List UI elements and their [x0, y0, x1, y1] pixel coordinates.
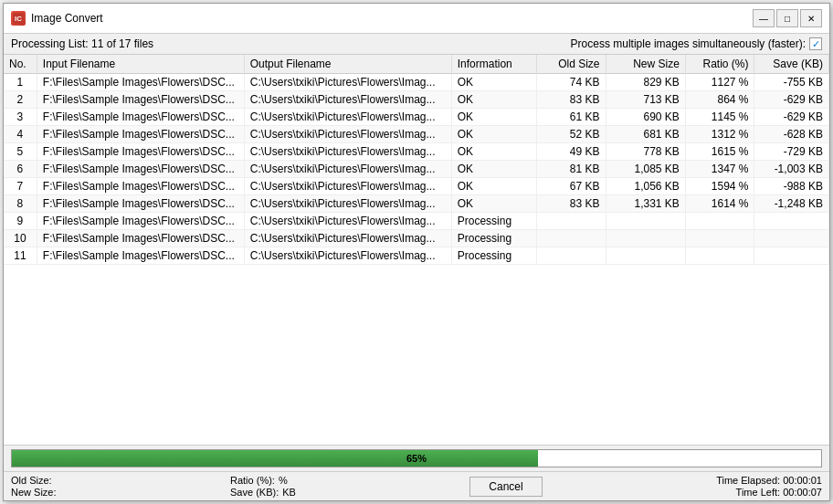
cell-save: -1,248 KB: [754, 195, 829, 213]
cell-ratio: 864 %: [685, 91, 754, 109]
cell-info: Processing: [451, 213, 536, 230]
main-window: IC Image Convert — □ ✕ Processing List: …: [3, 3, 830, 501]
progress-label: 65%: [406, 453, 427, 464]
cell-ratio: 1145 %: [685, 109, 754, 126]
col-header-no: No.: [4, 55, 37, 74]
cancel-button[interactable]: Cancel: [469, 477, 542, 497]
cell-save: -1,003 KB: [754, 161, 829, 178]
table-row: 5 F:\Files\Sample Images\Flowers\DSC... …: [4, 143, 829, 161]
status-center-group: Ratio (%): % Save (KB): KB: [230, 475, 296, 498]
simultaneous-row: Process multiple images simultaneously (…: [571, 37, 822, 50]
col-header-save: Save (KB): [754, 55, 829, 74]
table-header-row: No. Input Filename Output Filename Infor…: [4, 55, 829, 74]
cell-output: C:\Users\txiki\Pictures\Flowers\Imag...: [244, 161, 451, 178]
save-unit: KB: [282, 487, 296, 498]
cell-input: F:\Files\Sample Images\Flowers\DSC...: [37, 126, 244, 143]
cell-no: 9: [4, 213, 37, 230]
table-row: 10 F:\Files\Sample Images\Flowers\DSC...…: [4, 230, 829, 247]
progress-section: 65%: [4, 446, 829, 471]
cell-input: F:\Files\Sample Images\Flowers\DSC...: [37, 143, 244, 161]
cell-newsize: 1,056 KB: [606, 178, 685, 195]
file-table: No. Input Filename Output Filename Infor…: [4, 55, 829, 265]
cell-ratio: [685, 247, 754, 265]
cell-no: 3: [4, 109, 37, 126]
save-row: Save (KB): KB: [230, 487, 296, 498]
cell-newsize: [606, 213, 685, 230]
cell-output: C:\Users\txiki\Pictures\Flowers\Imag...: [244, 178, 451, 195]
cell-ratio: [685, 213, 754, 230]
window-controls: — □ ✕: [753, 9, 822, 27]
table-row: 9 F:\Files\Sample Images\Flowers\DSC... …: [4, 213, 829, 230]
maximize-button[interactable]: □: [776, 9, 798, 27]
minimize-button[interactable]: —: [753, 9, 775, 27]
cell-save: -988 KB: [754, 178, 829, 195]
cell-input: F:\Files\Sample Images\Flowers\DSC...: [37, 247, 244, 265]
cell-info: Processing: [451, 247, 536, 265]
cell-newsize: 681 KB: [606, 126, 685, 143]
cell-ratio: 1347 %: [685, 161, 754, 178]
cell-input: F:\Files\Sample Images\Flowers\DSC...: [37, 91, 244, 109]
cell-input: F:\Files\Sample Images\Flowers\DSC...: [37, 74, 244, 91]
cell-input: F:\Files\Sample Images\Flowers\DSC...: [37, 213, 244, 230]
time-left: Time Left: 00:00:07: [736, 487, 822, 498]
col-header-oldsize: Old Size: [536, 55, 606, 74]
cell-oldsize: 83 KB: [536, 91, 606, 109]
svg-text:IC: IC: [15, 15, 22, 23]
cell-input: F:\Files\Sample Images\Flowers\DSC...: [37, 161, 244, 178]
cell-output: C:\Users\txiki\Pictures\Flowers\Imag...: [244, 195, 451, 213]
cell-no: 10: [4, 230, 37, 247]
cell-no: 1: [4, 74, 37, 91]
cell-oldsize: 83 KB: [536, 195, 606, 213]
col-header-output: Output Filename: [244, 55, 451, 74]
table-row: 1 F:\Files\Sample Images\Flowers\DSC... …: [4, 74, 829, 91]
progress-bar-container: 65%: [11, 449, 822, 467]
simultaneous-checkbox[interactable]: ✓: [809, 37, 822, 50]
cell-ratio: 1614 %: [685, 195, 754, 213]
table-row: 8 F:\Files\Sample Images\Flowers\DSC... …: [4, 195, 829, 213]
cell-input: F:\Files\Sample Images\Flowers\DSC...: [37, 195, 244, 213]
simultaneous-label: Process multiple images simultaneously (…: [571, 37, 806, 50]
col-header-ratio: Ratio (%): [685, 55, 754, 74]
col-header-input: Input Filename: [37, 55, 244, 74]
cell-output: C:\Users\txiki\Pictures\Flowers\Imag...: [244, 109, 451, 126]
cell-save: -755 KB: [754, 74, 829, 91]
toolbar-row: Processing List: 11 of 17 files Process …: [4, 34, 829, 55]
cell-oldsize: 61 KB: [536, 109, 606, 126]
cell-info: OK: [451, 161, 536, 178]
table-body: 1 F:\Files\Sample Images\Flowers\DSC... …: [4, 74, 829, 265]
cell-ratio: 1127 %: [685, 74, 754, 91]
save-label: Save (KB):: [230, 487, 279, 498]
progress-bar-fill: [12, 450, 538, 467]
cell-save: [754, 230, 829, 247]
cell-info: OK: [451, 195, 536, 213]
cell-ratio: [685, 230, 754, 247]
table-row: 6 F:\Files\Sample Images\Flowers\DSC... …: [4, 161, 829, 178]
cell-save: -729 KB: [754, 143, 829, 161]
processing-label: Processing List: 11 of 17 files: [11, 37, 153, 50]
table-row: 3 F:\Files\Sample Images\Flowers\DSC... …: [4, 109, 829, 126]
cell-newsize: 1,331 KB: [606, 195, 685, 213]
col-header-info: Information: [451, 55, 536, 74]
table-row: 11 F:\Files\Sample Images\Flowers\DSC...…: [4, 247, 829, 265]
cell-no: 8: [4, 195, 37, 213]
cell-output: C:\Users\txiki\Pictures\Flowers\Imag...: [244, 91, 451, 109]
cell-info: OK: [451, 109, 536, 126]
cell-info: OK: [451, 143, 536, 161]
cell-oldsize: [536, 230, 606, 247]
cell-no: 4: [4, 126, 37, 143]
cell-info: OK: [451, 74, 536, 91]
cell-input: F:\Files\Sample Images\Flowers\DSC...: [37, 178, 244, 195]
close-button[interactable]: ✕: [800, 9, 822, 27]
cell-newsize: 690 KB: [606, 109, 685, 126]
table-row: 2 F:\Files\Sample Images\Flowers\DSC... …: [4, 91, 829, 109]
title-bar-left: IC Image Convert: [11, 11, 103, 26]
title-bar: IC Image Convert — □ ✕: [4, 4, 829, 34]
ratio-unit: %: [279, 475, 288, 486]
cell-info: OK: [451, 91, 536, 109]
cell-oldsize: 52 KB: [536, 126, 606, 143]
cell-output: C:\Users\txiki\Pictures\Flowers\Imag...: [244, 74, 451, 91]
cell-oldsize: [536, 213, 606, 230]
cell-info: OK: [451, 126, 536, 143]
col-header-newsize: New Size: [606, 55, 685, 74]
cell-newsize: 778 KB: [606, 143, 685, 161]
